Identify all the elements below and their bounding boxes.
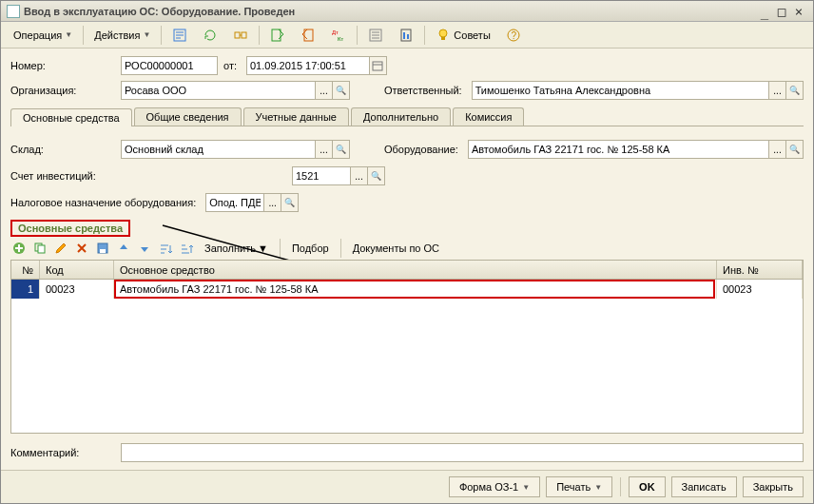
equipment-input[interactable] — [468, 140, 769, 159]
table-row[interactable]: 1 00023 Автомобиль ГАЗ 22171 гос. № 125-… — [11, 280, 803, 299]
grid-add-button[interactable] — [10, 240, 28, 257]
number-input[interactable] — [121, 56, 218, 75]
edit-icon — [54, 242, 68, 255]
grid-pick-button[interactable]: Подбор — [286, 242, 335, 254]
grid-sort-desc-button[interactable] — [178, 240, 195, 257]
print-menu[interactable]: Печать▼ — [546, 476, 612, 497]
grid-fill-label: Заполнить — [204, 242, 256, 254]
toolbar-btn-1[interactable] — [165, 25, 194, 46]
toolbar-btn-2[interactable] — [196, 25, 224, 46]
sort-asc-icon — [159, 242, 172, 255]
grid-sort-asc-button[interactable] — [157, 240, 174, 257]
help-icon: ? — [506, 28, 521, 43]
calendar-icon — [372, 60, 383, 71]
tips-button[interactable]: Советы — [429, 25, 496, 46]
grid-header: № Код Основное средство Инв. № — [11, 261, 803, 280]
tab-additional[interactable]: Дополнительно — [351, 107, 451, 126]
invacc-open-button[interactable] — [368, 166, 385, 185]
save-button[interactable]: Записать — [671, 476, 737, 497]
grid-empty-area — [11, 299, 803, 433]
delete-icon — [75, 242, 88, 255]
unpost-icon — [300, 28, 316, 43]
date-input[interactable] — [246, 56, 370, 75]
tab-general[interactable]: Общие сведения — [134, 107, 242, 126]
tab-account-data[interactable]: Учетные данные — [243, 107, 349, 126]
invacc-field — [292, 166, 385, 185]
equipment-open-button[interactable] — [786, 140, 804, 159]
grid-fill-menu[interactable]: Заполнить▼ — [199, 242, 274, 254]
help-button[interactable]: ? — [499, 25, 528, 46]
refresh-icon — [203, 28, 218, 43]
org-select-button[interactable] — [316, 81, 333, 100]
grid-docs-button[interactable]: Документы по ОС — [347, 242, 445, 254]
grid-copy-button[interactable] — [31, 240, 48, 257]
maximize-button[interactable]: □ — [773, 4, 790, 19]
actions-label: Действия — [94, 29, 140, 41]
toolbar-btn-5[interactable] — [294, 25, 322, 46]
separator — [259, 26, 260, 45]
operation-label: Операция — [13, 29, 62, 41]
link-icon — [233, 28, 248, 43]
toolbar-btn-3[interactable] — [226, 25, 255, 46]
col-header-n[interactable]: № — [11, 261, 40, 279]
number-label: Номер: — [10, 60, 115, 71]
main-toolbar: Операция▼ Действия▼ ДтКт Советы ? — [1, 22, 813, 48]
toolbar-btn-7[interactable] — [361, 25, 390, 46]
app-icon — [7, 5, 20, 18]
org-field — [121, 81, 350, 100]
resp-open-button[interactable] — [786, 81, 804, 100]
invacc-label: Счет инвестиций: — [10, 170, 286, 182]
separator — [620, 477, 621, 496]
comment-input[interactable] — [121, 443, 804, 462]
close-button[interactable]: × — [790, 4, 807, 19]
tax-open-button[interactable] — [281, 193, 299, 212]
operation-menu[interactable]: Операция▼ — [7, 25, 79, 46]
post-icon — [270, 28, 285, 43]
warehouse-select-button[interactable] — [316, 140, 333, 159]
grid-down-button[interactable] — [136, 240, 153, 257]
tab-main-assets[interactable]: Основные средства — [10, 108, 132, 126]
svg-text:?: ? — [511, 30, 516, 41]
separator — [83, 26, 84, 45]
minimize-button[interactable]: _ — [756, 4, 773, 19]
col-header-inv[interactable]: Инв. № — [717, 261, 803, 279]
form-oz1-button[interactable]: Форма ОЗ-1▼ — [449, 476, 540, 497]
warehouse-input[interactable] — [121, 140, 316, 159]
cell-inv: 00023 — [717, 280, 803, 299]
down-icon — [138, 242, 151, 255]
resp-select-button[interactable] — [769, 81, 786, 100]
resp-input[interactable] — [472, 81, 769, 100]
equipment-field — [468, 140, 804, 159]
grid-up-button[interactable] — [115, 240, 132, 257]
tax-select-button[interactable] — [264, 193, 281, 212]
svg-rect-15 — [373, 62, 382, 70]
ok-button[interactable]: OK — [629, 476, 666, 497]
grid-delete-button[interactable] — [73, 240, 90, 257]
toolbar-btn-4[interactable] — [263, 25, 292, 46]
grid-save-button[interactable] — [94, 240, 111, 257]
tax-input[interactable] — [205, 193, 264, 212]
col-header-os[interactable]: Основное средство — [114, 261, 717, 279]
cell-n: 1 — [11, 280, 40, 299]
cell-kod: 00023 — [40, 280, 114, 299]
grid-edit-button[interactable] — [52, 240, 69, 257]
toolbar-btn-6[interactable]: ДтКт — [324, 25, 353, 46]
invacc-input[interactable] — [292, 166, 351, 185]
tab-commission[interactable]: Комиссия — [453, 107, 524, 126]
date-field — [246, 56, 387, 75]
close-form-button[interactable]: Закрыть — [743, 476, 804, 497]
org-input[interactable] — [121, 81, 316, 100]
org-open-button[interactable] — [333, 81, 350, 100]
tax-field — [205, 193, 299, 212]
disk-icon — [96, 242, 109, 255]
col-header-kod[interactable]: Код — [40, 261, 114, 279]
warehouse-open-button[interactable] — [333, 140, 350, 159]
calendar-button[interactable] — [370, 56, 387, 75]
equipment-select-button[interactable] — [769, 140, 786, 159]
actions-menu[interactable]: Действия▼ — [87, 25, 157, 46]
invacc-select-button[interactable] — [351, 166, 368, 185]
svg-text:Дт: Дт — [332, 29, 339, 35]
toolbar-btn-8[interactable] — [392, 25, 420, 46]
equipment-label: Оборудование: — [384, 144, 462, 155]
warehouse-label: Склад: — [10, 144, 115, 155]
